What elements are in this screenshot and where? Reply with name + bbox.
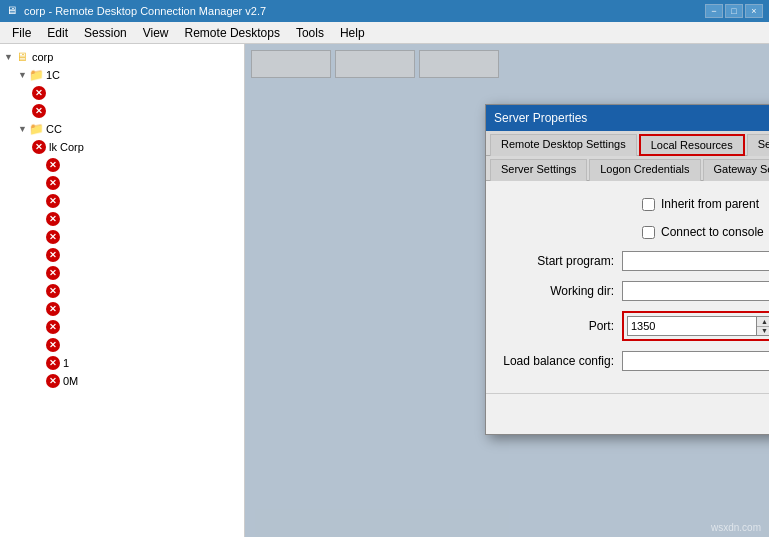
dialog-body: Inherit from parent Connect to console S… (486, 181, 769, 393)
tree-label: 0M (63, 375, 78, 387)
list-item[interactable]: ✕ 1 (0, 354, 244, 372)
folder-icon: 🖥 (14, 49, 30, 65)
tree-label: corp (32, 51, 53, 63)
menu-bar: File Edit Session View Remote Desktops T… (0, 22, 769, 44)
tree-arrow: ▼ (4, 52, 14, 62)
list-item[interactable]: ✕ lk Corp (0, 138, 244, 156)
error-icon: ✕ (46, 284, 60, 298)
load-balance-input[interactable] (622, 351, 769, 371)
tab-local-resources[interactable]: Local Resources (639, 134, 745, 156)
port-row: Port: ▲ ▼ (502, 311, 769, 341)
port-input[interactable] (627, 316, 757, 336)
dialog-footer: OK Cancel (486, 393, 769, 434)
close-button[interactable]: × (745, 4, 763, 18)
server-properties-dialog: Server Properties × Remote Desktop Setti… (485, 104, 769, 435)
working-dir-row: Working dir: (502, 281, 769, 301)
tree-node-corp[interactable]: ▼ 🖥 corp (0, 48, 244, 66)
error-icon: ✕ (46, 266, 60, 280)
port-decrement-button[interactable]: ▼ (757, 327, 769, 336)
list-item[interactable]: ✕ (0, 300, 244, 318)
list-item[interactable]: ✕ (0, 210, 244, 228)
error-icon: ✕ (32, 140, 46, 154)
tab-gateway-settings[interactable]: Gateway Settings (703, 159, 770, 181)
menu-file[interactable]: File (4, 24, 39, 42)
tree-arrow: ▼ (18, 124, 28, 134)
list-item[interactable]: ✕ (0, 336, 244, 354)
minimize-button[interactable]: − (705, 4, 723, 18)
port-spinner: ▲ ▼ (757, 316, 769, 336)
maximize-button[interactable]: □ (725, 4, 743, 18)
port-highlight-box: ▲ ▼ (622, 311, 769, 341)
window-title: corp - Remote Desktop Connection Manager… (24, 5, 705, 17)
working-dir-input[interactable] (622, 281, 769, 301)
error-icon: ✕ (46, 302, 60, 316)
tree-node-cc[interactable]: ▼ 📁 CC (0, 120, 244, 138)
menu-help[interactable]: Help (332, 24, 373, 42)
list-item[interactable]: ✕ (0, 228, 244, 246)
list-item[interactable]: ✕ (0, 156, 244, 174)
app-icon: 🖥 (6, 4, 20, 18)
inherit-parent-checkbox[interactable] (642, 198, 655, 211)
menu-view[interactable]: View (135, 24, 177, 42)
error-icon: ✕ (46, 374, 60, 388)
error-icon: ✕ (32, 104, 46, 118)
tree-label: 1C (46, 69, 60, 81)
watermark: wsxdn.com (711, 522, 761, 533)
tree-label: lk Corp (49, 141, 84, 153)
menu-edit[interactable]: Edit (39, 24, 76, 42)
connect-console-checkbox[interactable] (642, 226, 655, 239)
start-program-row: Start program: (502, 251, 769, 271)
tabs-row-2: Server Settings Logon Credentials Gatewa… (486, 156, 769, 181)
tab-server-settings[interactable]: Server Settings (490, 159, 587, 181)
folder-icon: 📁 (28, 67, 44, 83)
menu-session[interactable]: Session (76, 24, 135, 42)
list-item[interactable]: ✕ (0, 246, 244, 264)
list-item[interactable]: ✕ (0, 282, 244, 300)
menu-remote-desktops[interactable]: Remote Desktops (177, 24, 288, 42)
tree-label: 1 (63, 357, 69, 369)
connect-console-label: Connect to console (661, 225, 764, 239)
load-balance-row: Load balance config: (502, 351, 769, 371)
error-icon: ✕ (46, 176, 60, 190)
tab-remote-desktop-settings[interactable]: Remote Desktop Settings (490, 134, 637, 156)
list-item[interactable]: ✕ (0, 174, 244, 192)
folder-icon: 📁 (28, 121, 44, 137)
list-item[interactable]: ✕ (0, 264, 244, 282)
error-icon: ✕ (46, 194, 60, 208)
right-area: Server Properties × Remote Desktop Setti… (245, 44, 769, 537)
load-balance-label: Load balance config: (502, 354, 622, 368)
error-icon: ✕ (46, 158, 60, 172)
error-icon: ✕ (46, 320, 60, 334)
error-icon: ✕ (46, 248, 60, 262)
window-controls: − □ × (705, 4, 763, 18)
error-icon: ✕ (32, 86, 46, 100)
list-item[interactable]: ✕ (0, 318, 244, 336)
tree-node-1c[interactable]: ▼ 📁 1C (0, 66, 244, 84)
port-increment-button[interactable]: ▲ (757, 317, 769, 327)
dialog-title-bar: Server Properties × (486, 105, 769, 131)
error-icon: ✕ (46, 212, 60, 226)
list-item[interactable]: ✕ (0, 84, 244, 102)
list-item[interactable]: ✕ (0, 192, 244, 210)
tree-label: CC (46, 123, 62, 135)
inherit-parent-row: Inherit from parent (502, 197, 769, 211)
list-item[interactable]: ✕ 0M (0, 372, 244, 390)
start-program-input[interactable] (622, 251, 769, 271)
error-icon: ✕ (46, 356, 60, 370)
working-dir-label: Working dir: (502, 284, 622, 298)
inherit-parent-label: Inherit from parent (661, 197, 759, 211)
port-wrapper: ▲ ▼ (627, 316, 769, 336)
menu-tools[interactable]: Tools (288, 24, 332, 42)
list-item[interactable]: ✕ (0, 102, 244, 120)
tree-arrow: ▼ (18, 70, 28, 80)
error-icon: ✕ (46, 338, 60, 352)
tab-security-settings[interactable]: Security Settings (747, 134, 769, 156)
tree-view: ▼ 🖥 corp ▼ 📁 1C ✕ ✕ (0, 44, 244, 394)
title-bar: 🖥 corp - Remote Desktop Connection Manag… (0, 0, 769, 22)
tabs-row-1: Remote Desktop Settings Local Resources … (486, 131, 769, 156)
dialog-title-text: Server Properties (494, 111, 587, 125)
port-label: Port: (502, 319, 622, 333)
error-icon: ✕ (46, 230, 60, 244)
left-panel: ▼ 🖥 corp ▼ 📁 1C ✕ ✕ (0, 44, 245, 537)
tab-logon-credentials[interactable]: Logon Credentials (589, 159, 700, 181)
